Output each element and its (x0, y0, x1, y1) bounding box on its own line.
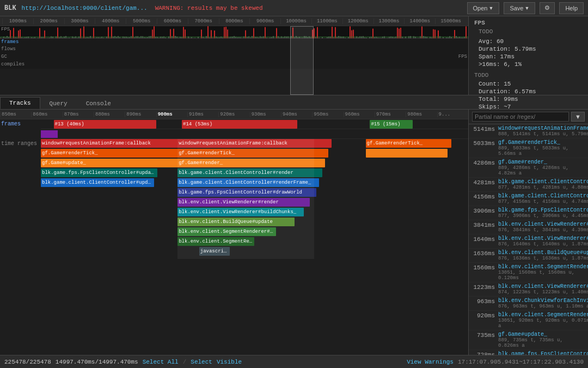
save-button[interactable]: Save ▼ (504, 2, 535, 14)
fps-duration: Duration: 5.79ms (479, 46, 583, 52)
rp-entry[interactable]: 5141ms window#requestAnimationFrame:c 88… (469, 124, 588, 138)
select-all-link[interactable]: Select All (143, 359, 179, 365)
visible-link[interactable]: Visible (217, 359, 242, 365)
entry-time: 735ms (472, 331, 498, 339)
entry-time: 963ms (472, 298, 498, 305)
rp-entry[interactable]: 920ms blk.env.client.SegmentRenderer 130… (469, 311, 588, 330)
coord-display: 225478/225478 (4, 359, 51, 365)
flame-block[interactable]: gf.Game#renderTick_ (177, 149, 328, 158)
search-bar: ▼ (469, 110, 588, 124)
entry-func: blk.env.client.SegmentRenderer 13051, 92… (498, 312, 588, 329)
flame-block[interactable]: gf.Game#renderTick_ (41, 149, 183, 158)
entry-func: blk.env.client.ViewRenderer#dr 874, 1223… (498, 283, 588, 295)
flame-main[interactable]: window#requestAnimationFrame:callback gf… (41, 139, 468, 259)
status-bar: 225478/225478 14997.470ms/14997.470ms Se… (0, 355, 588, 368)
rp-entry[interactable]: 728ms blk.game.fps.FpsClientControll 889… (469, 350, 588, 355)
save-arrow-icon: ▼ (524, 5, 529, 11)
entry-time: 4286ms (472, 159, 498, 166)
fps-stat-label: FPS (474, 20, 583, 26)
time-ranges-label: time ranges (0, 139, 41, 149)
blk-label: BLK (4, 4, 16, 12)
flame-block[interactable] (366, 149, 448, 158)
flame-block[interactable]: blk.env.client.SegmentRenderer#build:slo… (177, 237, 254, 246)
entry-func: blk.game.fps.FpsClientControll 889, 728m… (498, 351, 588, 355)
entry-func: blk.game.client.ClientControll 877, 4281… (498, 179, 588, 190)
rp-entry[interactable]: 3906ms blk.game.fps.FpsClientControll 87… (469, 206, 588, 220)
gc-stat-label: TODO (474, 72, 583, 79)
rp-entry[interactable]: 3841ms blk.env.client.ViewRenderer#re 87… (469, 220, 588, 234)
url-link[interactable]: http://localhost:9000/client/gam... (22, 5, 148, 11)
rp-entry[interactable]: 963ms blk.env.ChunkViewforEachInvie 876,… (469, 297, 588, 311)
main-content: 850ms860ms870ms880ms890ms900ms910ms920ms… (0, 110, 588, 355)
rp-entry[interactable]: 4281ms blk.game.client.ClientControll 87… (469, 178, 588, 192)
rp-entry[interactable]: 735ms gf.Game#update_ 889, 735ms t, 735m… (469, 330, 588, 350)
flame-block[interactable]: blk.env.client.BuildQueue#update (177, 218, 295, 226)
select-link[interactable]: Select (191, 359, 212, 365)
tab-query[interactable]: Query (40, 98, 77, 109)
rp-entry[interactable]: 1640ms blk.env.client.ViewRenderer#bu 87… (469, 234, 588, 249)
flame-block[interactable]: blk.game.client.ClientController#update (41, 178, 154, 187)
entry-func: blk.env.client.ViewRenderer#bu 876, 1640… (498, 236, 588, 247)
warning-text: WARNING: results may be skewed (155, 5, 263, 11)
entry-time: 5033ms (472, 140, 498, 147)
entry-time: 728ms (472, 351, 498, 355)
rp-entries-list: 5141ms window#requestAnimationFrame:c 88… (469, 124, 588, 355)
tab-tracks[interactable]: Tracks (0, 97, 40, 109)
fps-label: FPS (1, 27, 10, 32)
settings-button[interactable]: ⚙ (540, 2, 555, 14)
flame-block[interactable]: blk.game.fps.FpsClientController#drawWor… (177, 188, 316, 197)
gc-total: Total: 99ms (479, 96, 583, 102)
flame-block[interactable]: blk.game.client.ClientController#renderF… (177, 178, 319, 187)
flame-block[interactable]: javascript#gc (199, 247, 230, 256)
entry-time: 5141ms (472, 125, 498, 132)
filter-button[interactable]: ▼ (571, 112, 585, 122)
rp-entry[interactable]: 4156ms blk.game.client.ClientControll 87… (469, 192, 588, 206)
rp-entry[interactable]: 1223ms blk.env.client.ViewRenderer#dr 87… (469, 282, 588, 297)
gc-count: Count: 15 (479, 81, 583, 87)
flame-block[interactable]: gf.Game#render_ (177, 159, 325, 167)
flame-cluster-1: window#requestAnimationFrame:callback gf… (41, 139, 186, 259)
topbar: BLK http://localhost:9000/client/gam... … (0, 0, 588, 16)
gc-label-ov: GC (1, 54, 7, 59)
overview-chart[interactable]: 1000ms2000ms3000ms4000ms5000ms6000ms7000… (0, 16, 468, 95)
frame-14[interactable]: #14 (53ms) (182, 120, 297, 129)
view-warnings-link[interactable]: View Warnings (407, 359, 454, 365)
help-button[interactable]: Help (559, 2, 584, 14)
entry-func: gf.Game#update_ 889, 735ms t, 735ms u, 0… (498, 331, 585, 348)
open-arrow-icon: ▼ (488, 5, 493, 11)
flame-block[interactable]: blk.env.client.ViewRenderer#render (177, 198, 310, 207)
rp-entry[interactable]: 5033ms gf.Game#renderTick_ 889, 5033ms t… (469, 138, 588, 158)
fps-over16: >16ms: 6, 1% (479, 61, 583, 68)
fps-todo: TODO (479, 28, 583, 35)
entry-func: window#requestAnimationFrame:c 888, 5141… (498, 125, 588, 137)
flame-block[interactable]: window#requestAnimationFrame:callback (177, 139, 332, 148)
frame-15[interactable]: #15 (15ms) (370, 120, 413, 129)
gc-right-label: FPS (458, 54, 467, 59)
flame-block[interactable]: gf.Game#renderTick_ (366, 139, 451, 148)
compiles-overview: compiles (0, 61, 468, 69)
flame-block[interactable]: blk.env.client.SegmentRenderer#build (177, 227, 276, 236)
row-labels: frames time ranges (0, 119, 41, 159)
entry-time: 920ms (472, 312, 498, 319)
frame-13[interactable]: #13 (40ms) (54, 120, 156, 129)
tab-console[interactable]: Console (77, 98, 120, 109)
flame-block[interactable]: blk.game.client.ClientController#render (177, 168, 322, 177)
rp-entry[interactable]: 1560ms blk.env.client.SegmentRenderer 13… (469, 263, 588, 282)
entry-func: blk.env.client.ViewRenderer#re 876, 3841… (498, 221, 588, 233)
rp-entry[interactable]: 1636ms blk.env.client.BuildQueue#upda 87… (469, 249, 588, 263)
entry-time: 4156ms (472, 193, 498, 200)
flame-block[interactable]: window#requestAnimationFrame:callback (41, 139, 186, 148)
flame-block[interactable]: blk.env.client.ViewRenderer#buildChunks_ (177, 208, 304, 216)
compiles-label-ov: compiles (1, 62, 24, 67)
flame-block[interactable]: gf.Game#update_ (41, 159, 180, 167)
right-panel: ▼ 5141ms window#requestAnimationFrame:c … (468, 110, 588, 355)
entry-func: gf.Game#renderTick_ 889, 5033ms t, 5033m… (498, 140, 585, 156)
open-button[interactable]: Open ▼ (467, 2, 500, 14)
entry-time: 1560ms (472, 264, 498, 271)
flame-chart-area[interactable]: 850ms860ms870ms880ms890ms900ms910ms920ms… (0, 110, 468, 355)
entry-func: blk.game.client.ClientControll 877, 4156… (498, 193, 588, 204)
entry-func: blk.env.client.BuildQueue#upda 876, 1636… (498, 250, 588, 261)
search-input[interactable] (472, 112, 569, 122)
flame-block[interactable]: blk.game.fps.FpsClientController#update (41, 168, 157, 177)
rp-entry[interactable]: 4286ms gf.Game#render_ 889, 4286ms t, 42… (469, 158, 588, 178)
